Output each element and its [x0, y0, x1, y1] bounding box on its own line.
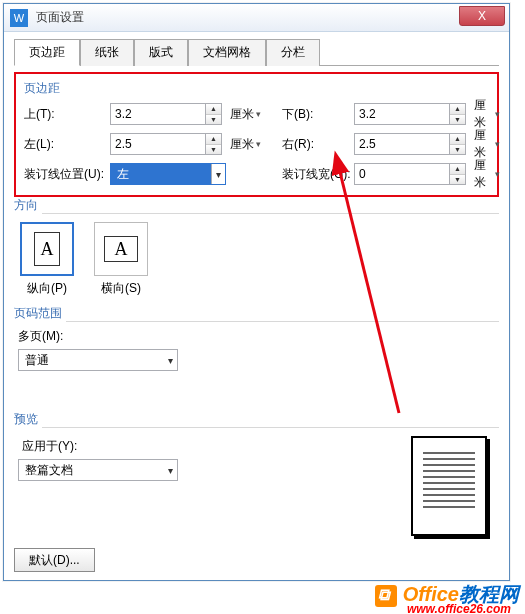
- top-unit[interactable]: 厘米▾: [226, 103, 262, 125]
- right-unit[interactable]: 厘米▾: [470, 133, 500, 155]
- page-setup-dialog: W 页面设置 X 页边距 纸张 版式 文档网格 分栏 页边距 上(T): ▲▼ …: [3, 3, 510, 581]
- bottom-label: 下(B):: [282, 106, 354, 123]
- apply-to-combo[interactable]: 整篇文档 ▾: [18, 459, 178, 481]
- tab-layout[interactable]: 版式: [134, 39, 188, 66]
- apply-to-value: 整篇文档: [25, 462, 73, 479]
- orientation-portrait[interactable]: A 纵向(P): [20, 222, 74, 297]
- orientation-group: 方向 A 纵向(P) A 横向(S): [14, 199, 499, 297]
- margins-legend: 页边距: [24, 80, 489, 97]
- multi-page-value: 普通: [25, 352, 49, 369]
- left-label: 左(L):: [24, 136, 110, 153]
- chevron-down-icon: ▾: [168, 355, 173, 366]
- dialog-body: 页边距 纸张 版式 文档网格 分栏 页边距 上(T): ▲▼ 厘米▾ 下(B):…: [4, 32, 509, 580]
- orientation-legend: 方向: [14, 197, 42, 214]
- right-spinner[interactable]: ▲▼: [450, 133, 466, 155]
- landscape-preview-icon: A: [94, 222, 148, 276]
- margins-grid: 上(T): ▲▼ 厘米▾ 下(B): ▲▼ 厘米▾ 左(L): ▲▼ 厘米▾ 右…: [24, 103, 489, 185]
- portrait-preview-icon: A: [20, 222, 74, 276]
- multi-page-label: 多页(M):: [18, 328, 499, 345]
- gutter-width-label: 装订线宽(G):: [282, 166, 354, 183]
- chevron-down-icon: ▾: [168, 465, 173, 476]
- page-range-legend: 页码范围: [14, 305, 66, 322]
- tab-strip: 页边距 纸张 版式 文档网格 分栏: [14, 38, 499, 66]
- tab-margins[interactable]: 页边距: [14, 39, 80, 66]
- close-button[interactable]: X: [459, 6, 505, 26]
- left-spinner[interactable]: ▲▼: [206, 133, 222, 155]
- page-preview-icon: [411, 436, 487, 536]
- gutter-pos-value: 左: [117, 166, 129, 183]
- gutter-width-input[interactable]: [354, 163, 450, 185]
- gutter-pos-label: 装订线位置(U):: [24, 166, 110, 183]
- portrait-label: 纵向(P): [20, 280, 74, 297]
- left-unit[interactable]: 厘米▾: [226, 133, 262, 155]
- default-button[interactable]: 默认(D)...: [14, 548, 95, 572]
- chevron-down-icon: ▾: [211, 164, 225, 184]
- bottom-spinner[interactable]: ▲▼: [450, 103, 466, 125]
- right-input[interactable]: [354, 133, 450, 155]
- watermark-url: www.office26.com: [407, 602, 511, 614]
- bottom-unit[interactable]: 厘米▾: [470, 103, 500, 125]
- watermark: ⧉ Office教程网 www.office26.com: [375, 581, 519, 608]
- watermark-brand-2: 教程网: [459, 583, 519, 605]
- gutter-width-unit[interactable]: 厘米▾: [470, 163, 500, 185]
- top-input[interactable]: [110, 103, 206, 125]
- gutter-width-spinner[interactable]: ▲▼: [450, 163, 466, 185]
- tab-columns[interactable]: 分栏: [266, 39, 320, 66]
- margins-group-highlight: 页边距 上(T): ▲▼ 厘米▾ 下(B): ▲▼ 厘米▾ 左(L): ▲▼ 厘…: [14, 72, 499, 197]
- titlebar: W 页面设置 X: [4, 4, 509, 32]
- left-input[interactable]: [110, 133, 206, 155]
- watermark-brand-1: Office: [403, 583, 459, 605]
- window-title: 页面设置: [36, 9, 84, 26]
- landscape-label: 横向(S): [94, 280, 148, 297]
- app-icon: W: [10, 9, 28, 27]
- bottom-input[interactable]: [354, 103, 450, 125]
- orientation-landscape[interactable]: A 横向(S): [94, 222, 148, 297]
- top-label: 上(T):: [24, 106, 110, 123]
- tab-paper[interactable]: 纸张: [80, 39, 134, 66]
- dialog-footer: 默认(D)...: [14, 548, 499, 572]
- page-range-group: 页码范围 多页(M): 普通 ▾: [14, 307, 499, 371]
- multi-page-combo[interactable]: 普通 ▾: [18, 349, 178, 371]
- preview-legend: 预览: [14, 411, 42, 428]
- top-spinner[interactable]: ▲▼: [206, 103, 222, 125]
- tab-grid[interactable]: 文档网格: [188, 39, 266, 66]
- preview-group: 预览 应用于(Y): 整篇文档 ▾: [14, 413, 499, 536]
- gutter-pos-combo[interactable]: 左 ▾: [110, 163, 226, 185]
- right-label: 右(R):: [282, 136, 354, 153]
- apply-to-label: 应用于(Y):: [22, 438, 178, 455]
